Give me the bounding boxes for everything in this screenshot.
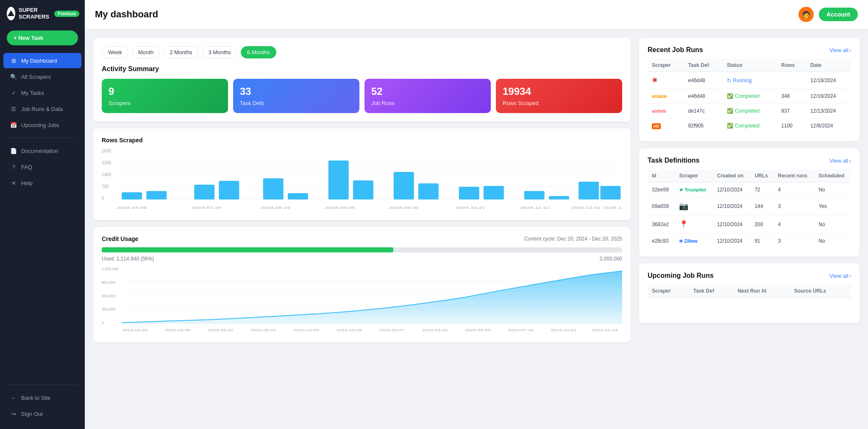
col-recent-runs: Recent runs [773,169,814,183]
taskdef-cell: 92f905 [684,119,723,133]
scheduled-cell: Yes [814,197,851,216]
googlemaps-icon: 📍 [679,220,688,229]
sidebar-item-scrapers[interactable]: 🔍 All Scrapers [3,69,81,84]
svg-text:2024-12-02: 2024-12-02 [571,206,601,210]
col-source-urls: Source URLs [790,285,851,298]
stat-rows-scraped: 19934 Rows Scraped [496,79,622,113]
recent-runs-cell: 3 [773,197,814,216]
task-def-table: Id Scraper Created on URLs Recent runs S… [648,169,851,248]
svg-text:2024-11-11: 2024-11-11 [520,206,550,210]
status-running: ↻ Running [727,77,773,83]
recent-runs-cell: 3 [773,234,814,249]
taskdef-cell: e46d48 [684,89,723,104]
scraper-airbnb: airbnb [648,104,684,119]
y-label-2800: 2800 [102,149,111,153]
svg-text:2023-02-09: 2023-02-09 [122,329,147,332]
col-urls: URLs [750,169,773,183]
y-label-0: 0 [102,196,111,201]
credit-progress-bar [102,247,622,252]
stats-grid: 9 Scrapers 33 Task Defs 52 Job Runs 19 [102,79,622,113]
time-filters: Week Month 2 Months 3 Months 6 Months [102,46,622,58]
id-cell: e28c93 [648,234,675,249]
used-label: Used: 1,114,940 (56%) [102,256,154,262]
credit-usage-card: Credit Usage Current cycle: Dec 20, 2024… [93,227,631,343]
scraper-yelp: ✳ [648,72,684,89]
credit-y-300k: 300,000 [102,307,119,311]
sidebar-item-dashboard[interactable]: ⊞ My Dashboard [3,53,81,68]
table-header-row: Scraper Task Def Status Rows Date [648,59,851,72]
job-runs-icon: ☰ [10,105,17,112]
scheduled-cell: No [814,216,851,234]
svg-text:2024-10-21: 2024-10-21 [456,206,485,210]
svg-marker-0 [8,10,14,16]
col-created: Created on [713,169,751,183]
table-row: 3682e2 📍 12/10/2024 200 4 No [648,216,851,234]
empty-state [648,298,851,315]
filter-2months[interactable]: 2 Months [163,46,198,58]
cycle-text: Current cycle: Dec 20, 2024 - Dec 20, 20… [524,236,622,242]
new-task-button[interactable]: + New Task [7,30,78,45]
credit-header: Credit Usage Current cycle: Dec 20, 2024… [102,235,622,242]
svg-text:2024-05-20: 2024-05-20 [465,329,491,332]
sidebar: SUPERSCRAPERS Premium + New Task ⊞ My Da… [0,0,85,429]
urls-cell: 144 [750,197,773,216]
docs-icon: 📄 [10,147,17,154]
stat-jobruns: 52 Job Runs [364,79,491,113]
sidebar-item-tasks[interactable]: ✓ My Tasks [3,85,81,100]
svg-rect-8 [194,185,214,199]
svg-text:2024-02-07: 2024-02-07 [379,329,405,332]
running-icon: ↻ [727,77,731,83]
created-cell: 12/10/2024 [713,183,751,197]
sidebar-item-docs[interactable]: 📄 Documentation [3,143,81,158]
credit-y-900k: 900,000 [102,280,119,285]
recent-job-runs-view-all[interactable]: View all › [829,47,851,53]
filter-week[interactable]: Week [102,46,128,58]
col-scheduled: Scheduled [814,169,851,183]
svg-rect-20 [579,182,599,199]
svg-text:2023-06-02: 2023-06-02 [208,329,233,332]
sidebar-bottom: ← Back to Site ↪ Sign Out [0,379,85,429]
upcoming-view-all[interactable]: View all › [829,273,851,279]
task-def-view-all[interactable]: View all › [829,158,851,164]
filter-3months[interactable]: 3 Months [202,46,237,58]
col-scraper: Scraper [675,169,712,183]
signout-icon: ↪ [10,410,17,417]
sidebar-item-faq[interactable]: ? FAQ [3,159,81,174]
scraper-cell: ≋ Zillow [675,234,712,249]
sidebar-item-help[interactable]: ✕ Help [3,175,81,191]
sidebar-item-job-runs[interactable]: ☰ Job Runs & Data [3,101,81,116]
table-row: airbnb de147c ✅ Completed 937 12/13/2024 [648,104,851,119]
upcoming-job-runs-card: Upcoming Job Runs View all › Scraper Tas… [639,263,860,323]
amazon-icon: amazon [652,94,667,99]
sign-out-button[interactable]: ↪ Sign Out [3,406,81,421]
recent-job-runs-table: Scraper Task Def Status Rows Date ✳ [648,59,851,133]
svg-rect-6 [122,192,142,199]
filter-month[interactable]: Month [132,46,160,58]
brand-logo: SUPERSCRAPERS Premium [0,0,85,27]
rows-scraped-card: Rows Scraped 2800 2100 1400 700 0 [93,128,631,220]
dashboard-icon: ⊞ [10,57,17,64]
col-taskdef: Task Def [684,59,723,72]
page-title: My dashboard [95,9,158,20]
table-row: 32ee59 ★ Trustpilot 12/10/2024 72 4 No [648,183,851,197]
col-id: Id [648,169,675,183]
rows-scraped-svg: 2024-07-08 2024-07-29 2024-08-19 2024-09… [114,149,622,210]
scraper-cell: 📷 [675,197,712,216]
sidebar-item-upcoming-jobs[interactable]: 📅 Upcoming Jobs [3,117,81,133]
filter-6months[interactable]: 6 Months [241,46,276,58]
table-row [648,298,851,315]
account-button[interactable]: Account [819,8,858,21]
svg-text:2024-07-16: 2024-07-16 [508,329,533,332]
status-cell: ✅ Completed [723,119,777,133]
y-label-2100: 2100 [102,161,111,165]
col-date: Date [806,59,851,72]
id-cell: 09a659 [648,197,675,216]
nav-divider [7,138,78,138]
progress-labels: Used: 1,114,940 (56%) 2,000,000 [102,256,622,262]
check-icon: ✅ [727,93,733,99]
back-to-site-button[interactable]: ← Back to Site [3,390,81,405]
status-cell: ✅ Completed [723,89,777,104]
col-scraper: Scraper [648,59,684,72]
status-cell: ✅ Completed [723,104,777,119]
stat-taskdefs: 33 Task Defs [233,79,359,113]
